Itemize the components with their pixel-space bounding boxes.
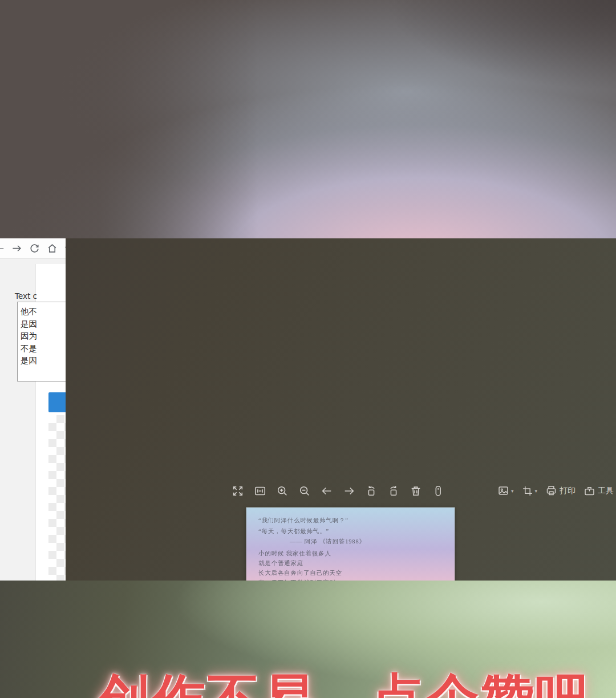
promo-banner-text: 创作不易，点个赞吧 [97, 663, 590, 698]
viewer-toolbar-left [232, 485, 444, 497]
chevron-down-icon: ▾ [535, 488, 538, 494]
browser-window-partial: Text c 他不 是因 因为 不是 是因 [0, 238, 66, 581]
browser-page-content: Text c 他不 是因 因为 不是 是因 [0, 259, 66, 581]
zoom-in-icon[interactable] [276, 485, 289, 497]
transparency-checkerboard [48, 415, 66, 581]
delete-icon[interactable] [410, 485, 422, 497]
tools-button[interactable]: 工具 [583, 485, 614, 497]
print-label: 打印 [560, 486, 576, 496]
fit-width-icon[interactable] [254, 485, 266, 497]
next-image-icon[interactable] [343, 485, 355, 497]
zoom-out-icon[interactable] [298, 485, 311, 497]
crop-menu-icon[interactable]: ▾ [522, 485, 538, 497]
quote-line-2: “每天，每天都最帅气。” [258, 526, 450, 536]
chevron-down-icon: ▾ [511, 488, 514, 494]
blurred-pastel-backdrop [0, 0, 616, 241]
rotate-left-icon[interactable] [365, 485, 378, 497]
poem-card-image[interactable]: “我们阿泽什么时候最帅气啊？” “每天，每天都最帅气。” —— 阿泽 《请回答1… [246, 508, 455, 582]
rotate-right-icon[interactable] [387, 485, 400, 497]
reload-icon[interactable] [29, 243, 40, 254]
poem-body: 小的时候 我家住着很多人就是个普通家庭 长大后各自奔向了自己的天空有一天不知不觉… [258, 549, 450, 582]
forward-icon[interactable] [11, 243, 22, 254]
viewer-toolbar-right: ▾ ▾ 打印 工具 [497, 485, 616, 497]
image-viewer-overlay: ▾ ▾ 打印 工具 [0, 238, 616, 582]
bookmark-star-icon[interactable] [64, 243, 66, 254]
poem-text-input[interactable]: 他不 是因 因为 不是 是因 [17, 302, 66, 382]
generate-button-partial[interactable] [48, 392, 66, 412]
screenshot-root: ▾ ▾ 打印 工具 [0, 0, 616, 698]
expand-icon[interactable] [232, 485, 244, 497]
print-button[interactable]: 打印 [545, 485, 576, 497]
browser-toolbar [0, 238, 66, 259]
phone-preview-icon[interactable] [432, 485, 444, 497]
quote-attribution: —— 阿泽 《请回答1988》 [290, 537, 450, 546]
text-panel-label: Text c [15, 291, 37, 301]
home-icon[interactable] [47, 243, 58, 254]
quote-line-1: “我们阿泽什么时候最帅气啊？” [258, 516, 450, 525]
image-menu-icon[interactable]: ▾ [497, 485, 514, 497]
back-icon[interactable] [0, 244, 5, 253]
previous-image-icon[interactable] [321, 485, 333, 497]
tools-label: 工具 [598, 486, 614, 496]
